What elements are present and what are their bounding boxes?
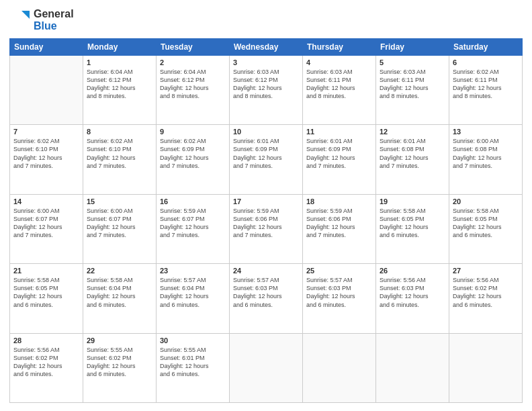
calendar-cell: 2Sunrise: 6:04 AM Sunset: 6:12 PM Daylig…: [157, 55, 230, 124]
calendar-week-row: 1Sunrise: 6:04 AM Sunset: 6:12 PM Daylig…: [10, 55, 523, 124]
calendar-cell: 27Sunrise: 5:56 AM Sunset: 6:02 PM Dayli…: [449, 264, 523, 333]
day-info: Sunrise: 5:59 AM Sunset: 6:06 PM Dayligh…: [233, 207, 299, 240]
calendar-cell: 13Sunrise: 6:00 AM Sunset: 6:08 PM Dayli…: [449, 125, 523, 194]
day-info: Sunrise: 6:03 AM Sunset: 6:11 PM Dayligh…: [380, 68, 445, 101]
calendar-cell: 3Sunrise: 6:03 AM Sunset: 6:12 PM Daylig…: [230, 55, 303, 124]
calendar-table: SundayMondayTuesdayWednesdayThursdayFrid…: [9, 38, 523, 403]
calendar-cell: [449, 333, 523, 402]
calendar-cell: [10, 55, 83, 124]
calendar-week-row: 21Sunrise: 5:58 AM Sunset: 6:05 PM Dayli…: [10, 264, 523, 333]
day-number: 3: [233, 58, 299, 66]
day-info: Sunrise: 6:01 AM Sunset: 6:08 PM Dayligh…: [380, 137, 445, 170]
day-info: Sunrise: 6:01 AM Sunset: 6:09 PM Dayligh…: [306, 137, 372, 170]
logo-icon: [9, 9, 31, 31]
day-number: 9: [160, 128, 226, 136]
calendar-cell: 26Sunrise: 5:56 AM Sunset: 6:03 PM Dayli…: [376, 264, 449, 333]
day-number: 14: [13, 197, 79, 205]
day-info: Sunrise: 5:58 AM Sunset: 6:04 PM Dayligh…: [87, 276, 152, 309]
day-header-wednesday: Wednesday: [230, 38, 303, 55]
day-number: 19: [380, 197, 445, 205]
day-info: Sunrise: 5:59 AM Sunset: 6:06 PM Dayligh…: [306, 207, 372, 240]
day-number: 11: [306, 128, 372, 136]
calendar-cell: 28Sunrise: 5:56 AM Sunset: 6:02 PM Dayli…: [10, 333, 83, 402]
calendar-cell: 19Sunrise: 5:58 AM Sunset: 6:05 PM Dayli…: [376, 194, 449, 263]
day-number: 25: [306, 267, 372, 275]
day-number: 1: [87, 58, 152, 66]
day-number: 20: [453, 197, 519, 205]
logo-general: General: [34, 8, 74, 20]
calendar-cell: 11Sunrise: 6:01 AM Sunset: 6:09 PM Dayli…: [303, 125, 376, 194]
calendar-cell: [303, 333, 376, 402]
day-info: Sunrise: 5:58 AM Sunset: 6:05 PM Dayligh…: [453, 207, 519, 240]
calendar-week-row: 7Sunrise: 6:02 AM Sunset: 6:10 PM Daylig…: [10, 125, 523, 194]
calendar-cell: 12Sunrise: 6:01 AM Sunset: 6:08 PM Dayli…: [376, 125, 449, 194]
day-info: Sunrise: 5:58 AM Sunset: 6:05 PM Dayligh…: [13, 276, 79, 309]
day-number: 22: [87, 267, 152, 275]
svg-marker-0: [21, 11, 30, 19]
day-header-tuesday: Tuesday: [157, 38, 230, 55]
day-number: 18: [306, 197, 372, 205]
day-number: 7: [13, 128, 79, 136]
logo: GeneralBlue: [9, 8, 74, 33]
day-number: 12: [380, 128, 445, 136]
day-info: Sunrise: 6:04 AM Sunset: 6:12 PM Dayligh…: [87, 68, 152, 101]
day-number: 15: [87, 197, 152, 205]
calendar-cell: 4Sunrise: 6:03 AM Sunset: 6:11 PM Daylig…: [303, 55, 376, 124]
day-number: 23: [160, 267, 226, 275]
day-info: Sunrise: 5:55 AM Sunset: 6:01 PM Dayligh…: [160, 346, 226, 379]
calendar-cell: 23Sunrise: 5:57 AM Sunset: 6:04 PM Dayli…: [157, 264, 230, 333]
day-info: Sunrise: 5:56 AM Sunset: 6:02 PM Dayligh…: [453, 276, 519, 309]
day-number: 10: [233, 128, 299, 136]
day-info: Sunrise: 5:55 AM Sunset: 6:02 PM Dayligh…: [87, 346, 152, 379]
day-info: Sunrise: 5:58 AM Sunset: 6:05 PM Dayligh…: [380, 207, 445, 240]
calendar-cell: 10Sunrise: 6:01 AM Sunset: 6:09 PM Dayli…: [230, 125, 303, 194]
day-header-saturday: Saturday: [449, 38, 523, 55]
day-info: Sunrise: 5:57 AM Sunset: 6:04 PM Dayligh…: [160, 276, 226, 309]
calendar-cell: 29Sunrise: 5:55 AM Sunset: 6:02 PM Dayli…: [83, 333, 157, 402]
day-info: Sunrise: 6:03 AM Sunset: 6:12 PM Dayligh…: [233, 68, 299, 101]
day-number: 30: [160, 336, 226, 345]
calendar-cell: 25Sunrise: 5:57 AM Sunset: 6:03 PM Dayli…: [303, 264, 376, 333]
day-number: 24: [233, 267, 299, 275]
calendar-week-row: 14Sunrise: 6:00 AM Sunset: 6:07 PM Dayli…: [10, 194, 523, 263]
day-info: Sunrise: 6:00 AM Sunset: 6:08 PM Dayligh…: [453, 137, 519, 170]
calendar-cell: 22Sunrise: 5:58 AM Sunset: 6:04 PM Dayli…: [83, 264, 157, 333]
day-number: 8: [87, 128, 152, 136]
day-header-thursday: Thursday: [303, 38, 376, 55]
day-number: 26: [380, 267, 445, 275]
day-number: 27: [453, 267, 519, 275]
calendar-cell: 15Sunrise: 6:00 AM Sunset: 6:07 PM Dayli…: [83, 194, 157, 263]
calendar-cell: 16Sunrise: 5:59 AM Sunset: 6:07 PM Dayli…: [157, 194, 230, 263]
calendar-header-row: SundayMondayTuesdayWednesdayThursdayFrid…: [10, 38, 523, 55]
day-info: Sunrise: 6:00 AM Sunset: 6:07 PM Dayligh…: [87, 207, 152, 240]
day-number: 21: [13, 267, 79, 275]
day-info: Sunrise: 5:56 AM Sunset: 6:03 PM Dayligh…: [380, 276, 445, 309]
calendar-cell: 17Sunrise: 5:59 AM Sunset: 6:06 PM Dayli…: [230, 194, 303, 263]
day-info: Sunrise: 6:02 AM Sunset: 6:10 PM Dayligh…: [13, 137, 79, 170]
calendar-cell: [230, 333, 303, 402]
header: GeneralBlue: [9, 8, 523, 33]
day-info: Sunrise: 6:04 AM Sunset: 6:12 PM Dayligh…: [160, 68, 226, 101]
day-info: Sunrise: 5:57 AM Sunset: 6:03 PM Dayligh…: [306, 276, 372, 309]
day-info: Sunrise: 5:57 AM Sunset: 6:03 PM Dayligh…: [233, 276, 299, 309]
calendar-cell: 20Sunrise: 5:58 AM Sunset: 6:05 PM Dayli…: [449, 194, 523, 263]
calendar-week-row: 28Sunrise: 5:56 AM Sunset: 6:02 PM Dayli…: [10, 333, 523, 402]
calendar-cell: 6Sunrise: 6:02 AM Sunset: 6:11 PM Daylig…: [449, 55, 523, 124]
day-number: 13: [453, 128, 519, 136]
calendar-cell: 5Sunrise: 6:03 AM Sunset: 6:11 PM Daylig…: [376, 55, 449, 124]
calendar-cell: 30Sunrise: 5:55 AM Sunset: 6:01 PM Dayli…: [157, 333, 230, 402]
day-header-sunday: Sunday: [10, 38, 83, 55]
day-number: 16: [160, 197, 226, 205]
logo-blue: Blue: [34, 20, 74, 32]
calendar-cell: 18Sunrise: 5:59 AM Sunset: 6:06 PM Dayli…: [303, 194, 376, 263]
calendar-cell: 9Sunrise: 6:02 AM Sunset: 6:09 PM Daylig…: [157, 125, 230, 194]
day-info: Sunrise: 6:01 AM Sunset: 6:09 PM Dayligh…: [233, 137, 299, 170]
calendar-cell: 8Sunrise: 6:02 AM Sunset: 6:10 PM Daylig…: [83, 125, 157, 194]
calendar-cell: 21Sunrise: 5:58 AM Sunset: 6:05 PM Dayli…: [10, 264, 83, 333]
calendar-cell: [376, 333, 449, 402]
day-number: 17: [233, 197, 299, 205]
day-info: Sunrise: 6:02 AM Sunset: 6:10 PM Dayligh…: [87, 137, 152, 170]
day-number: 4: [306, 58, 372, 66]
page: GeneralBlue SundayMondayTuesdayWednesday…: [0, 0, 532, 411]
day-number: 29: [87, 336, 152, 345]
